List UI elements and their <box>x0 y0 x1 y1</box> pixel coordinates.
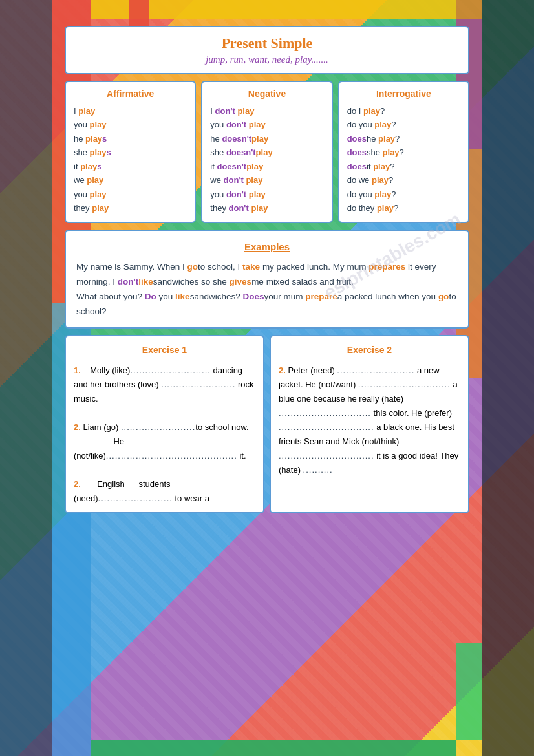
exercise1-box: Exercise 1 1. Molly (like)..............… <box>65 335 264 514</box>
neg-line-6: we don't play <box>210 173 323 187</box>
affirmative-heading: Affirmative <box>74 89 187 99</box>
bg-block7 <box>91 740 456 756</box>
aff-line-5: it plays <box>74 160 187 173</box>
exercises-row: Exercise 1 1. Molly (like)..............… <box>65 335 469 514</box>
exercise2-heading: Exercise 2 <box>279 343 460 358</box>
examples-heading: Examples <box>76 239 458 255</box>
int-line-1: do I play? <box>347 104 460 118</box>
examples-text: My name is Sammy. When I goto school, I … <box>76 260 458 319</box>
exercise2-item1: 2. Peter (need) ........................… <box>279 363 460 478</box>
bg-block10 <box>456 643 482 740</box>
exercise2-box: Exercise 2 2. Peter (need) .............… <box>270 335 469 514</box>
page-content: Present Simple jump, run, want, need, pl… <box>65 26 469 513</box>
aff-line-1: I play <box>74 104 187 118</box>
int-line-6: do we play? <box>347 173 460 187</box>
exercise1-item3: 2. English students (need)..............… <box>74 477 255 506</box>
negative-box: Negative I don't play you don't play he … <box>201 81 332 223</box>
title-subtitle: jump, run, want, need, play....... <box>76 54 458 65</box>
neg-line-4: she doesn'tplay <box>210 146 323 159</box>
interrogative-heading: Interrogative <box>347 89 460 99</box>
aff-line-8: they play <box>74 201 187 215</box>
neg-line-8: they don't play <box>210 201 323 215</box>
aff-line-6: we play <box>74 173 187 187</box>
int-line-7: do you play? <box>347 188 460 201</box>
neg-line-2: you don't play <box>210 118 323 131</box>
neg-line-3: he doesn'tplay <box>210 132 323 146</box>
examples-box: Examples My name is Sammy. When I goto s… <box>65 230 469 329</box>
neg-line-7: you don't play <box>210 188 323 201</box>
bg-block1 <box>0 0 52 756</box>
affirmative-box: Affirmative I play you play he plays she… <box>65 81 196 223</box>
exercise1-heading: Exercise 1 <box>74 343 255 358</box>
title-box: Present Simple jump, run, want, need, pl… <box>65 26 469 74</box>
int-line-4: doesshe play? <box>347 146 460 159</box>
bg-block4 <box>482 0 534 756</box>
aff-line-3: he plays <box>74 132 187 146</box>
int-line-8: do they play? <box>347 201 460 215</box>
grammar-row: Affirmative I play you play he plays she… <box>65 81 469 223</box>
aff-line-4: she plays <box>74 146 187 159</box>
neg-line-5: it doesn'tplay <box>210 160 323 173</box>
aff-line-7: you play <box>74 188 187 201</box>
exercise1-item2: 2. Liam (go) .........................to… <box>74 420 255 463</box>
page-title: Present Simple <box>76 35 458 52</box>
int-line-3: doeshe play? <box>347 132 460 146</box>
aff-line-2: you play <box>74 118 187 131</box>
neg-line-1: I don't play <box>210 104 323 118</box>
negative-heading: Negative <box>210 89 323 99</box>
exercise1-item1: 1. Molly (like).........................… <box>74 363 255 406</box>
int-line-2: do you play? <box>347 118 460 131</box>
interrogative-box: Interrogative do I play? do you play? do… <box>338 81 469 223</box>
int-line-5: doesit play? <box>347 160 460 173</box>
